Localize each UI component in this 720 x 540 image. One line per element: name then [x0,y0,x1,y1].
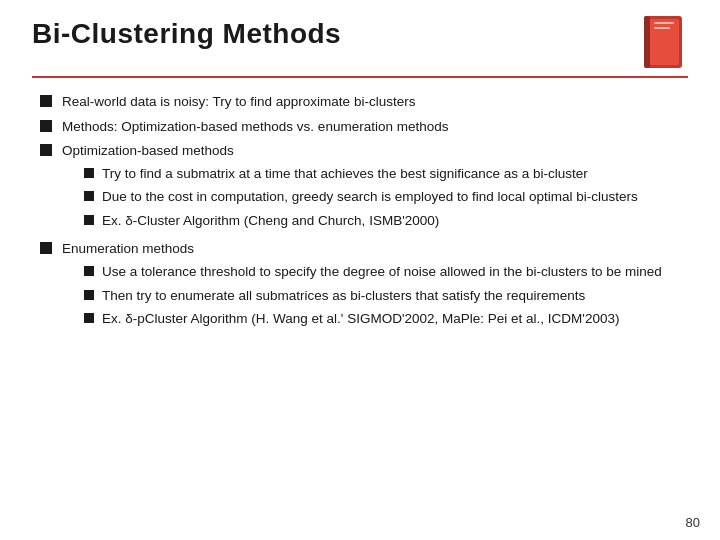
sub-bullets-4: Use a tolerance threshold to specify the… [84,262,688,329]
sub-marker-4-3 [84,313,94,323]
sub-marker-3-2 [84,191,94,201]
sub-marker-4-1 [84,266,94,276]
sub-text-3-1: Try to find a submatrix at a time that a… [102,164,688,184]
bullet-1: Real-world data is noisy: Try to find ap… [40,92,688,112]
sub-bullet-4-2: Then try to enumerate all submatrices as… [84,286,688,306]
sub-bullets-3: Try to find a submatrix at a time that a… [84,164,688,231]
bullet-3: Optimization-based methods Try to find a… [40,141,688,234]
sub-marker-3-3 [84,215,94,225]
sub-text-4-2: Then try to enumerate all submatrices as… [102,286,688,306]
slide-header: Bi-Clustering Methods [32,18,688,70]
book-icon [640,14,688,70]
bullet-text-2: Methods: Optimization-based methods vs. … [62,117,688,137]
svg-rect-2 [644,16,650,68]
svg-rect-3 [654,22,674,24]
bullet-text-4: Enumeration methods [62,241,194,256]
sub-marker-4-2 [84,290,94,300]
sub-text-4-3: Ex. δ-pCluster Algorithm (H. Wang et al.… [102,309,688,329]
slide-content: Real-world data is noisy: Try to find ap… [32,92,688,333]
bullet-2: Methods: Optimization-based methods vs. … [40,117,688,137]
bullet-text-1: Real-world data is noisy: Try to find ap… [62,92,688,112]
sub-bullet-3-2: Due to the cost in computation, greedy s… [84,187,688,207]
bullet-marker-3 [40,144,52,156]
bullet-marker-2 [40,120,52,132]
slide: Bi-Clustering Methods Real-world data is… [0,0,720,540]
svg-rect-1 [647,19,679,65]
sub-bullet-3-1: Try to find a submatrix at a time that a… [84,164,688,184]
title-divider [32,76,688,78]
svg-rect-4 [654,27,670,29]
bullet-4: Enumeration methods Use a tolerance thre… [40,239,688,332]
sub-bullet-4-3: Ex. δ-pCluster Algorithm (H. Wang et al.… [84,309,688,329]
slide-title: Bi-Clustering Methods [32,18,341,50]
sub-bullet-3-3: Ex. δ-Cluster Algorithm (Cheng and Churc… [84,211,688,231]
bullet-marker-4 [40,242,52,254]
sub-text-3-2: Due to the cost in computation, greedy s… [102,187,688,207]
bullet-marker-1 [40,95,52,107]
sub-marker-3-1 [84,168,94,178]
sub-text-3-3: Ex. δ-Cluster Algorithm (Cheng and Churc… [102,211,688,231]
sub-bullet-4-1: Use a tolerance threshold to specify the… [84,262,688,282]
sub-text-4-1: Use a tolerance threshold to specify the… [102,262,688,282]
bullet-text-3: Optimization-based methods [62,143,234,158]
page-number: 80 [686,515,700,530]
